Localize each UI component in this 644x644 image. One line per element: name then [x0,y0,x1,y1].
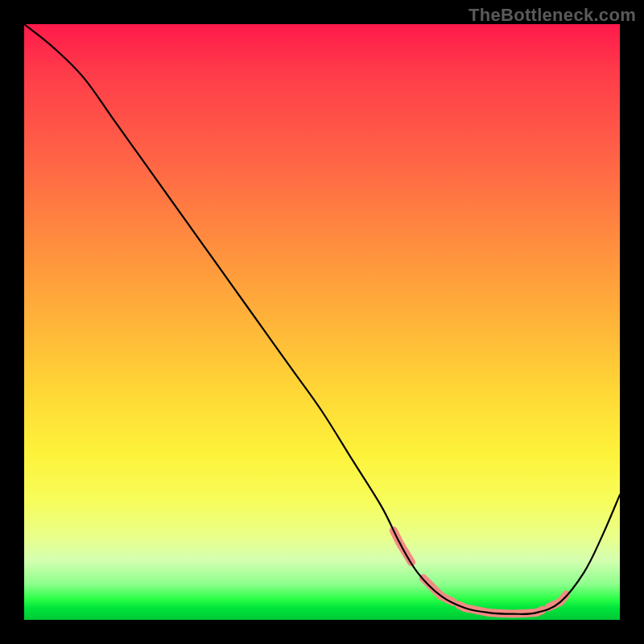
chart-frame: TheBottleneck.com [0,0,644,644]
curve-svg [24,24,620,620]
coral-highlight-segment [548,595,566,608]
plot-area [24,24,620,620]
watermark-text: TheBottleneck.com [469,5,636,26]
coral-highlight-segment [423,578,453,602]
